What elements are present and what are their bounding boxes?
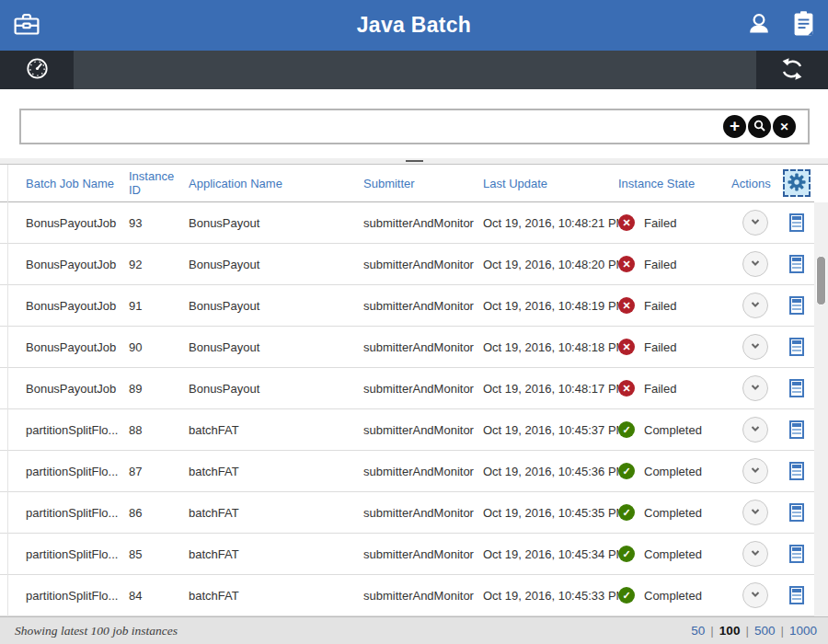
state-label: Completed (644, 547, 702, 561)
view-log-button[interactable] (789, 420, 804, 439)
cell-batch-job-name: partitionSplitFlo... (0, 465, 129, 478)
page-size-500[interactable]: 500 (754, 624, 776, 638)
search-button[interactable] (748, 115, 771, 138)
state-icon: ✓ (618, 504, 635, 521)
actions-dropdown-button[interactable] (742, 541, 768, 567)
cell-submitter: submitterAndMonitor (363, 382, 483, 396)
cell-last-update: Oct 19, 2016, 10:45:36 PM (483, 465, 618, 478)
joblogs-button[interactable] (791, 10, 816, 40)
cell-instance-state: ✕ Failed (618, 297, 731, 314)
cell-instance-id: 92 (129, 258, 189, 271)
cell-last-update: Oct 19, 2016, 10:48:17 PM (483, 382, 618, 396)
cell-instance-state: ✕ Failed (618, 339, 731, 355)
page-size-50[interactable]: 50 (691, 624, 705, 638)
view-log-button[interactable] (789, 586, 804, 604)
column-header-instance-state[interactable]: Instance State (618, 177, 731, 190)
clear-search-button[interactable]: ✕ (773, 115, 796, 138)
cell-batch-job-name: partitionSplitFlo... (0, 423, 129, 437)
cell-last-update: Oct 19, 2016, 10:45:33 PM (483, 589, 618, 603)
view-log-button[interactable] (789, 545, 804, 563)
cell-submitter: submitterAndMonitor (363, 299, 483, 313)
chevron-down-icon (749, 422, 762, 438)
cell-instance-state: ✓ Completed (618, 546, 731, 562)
column-header-last-update[interactable]: Last Update (483, 177, 618, 190)
column-header-submitter[interactable]: Submitter (363, 177, 483, 190)
actions-dropdown-button[interactable] (742, 210, 768, 236)
cell-last-update: Oct 19, 2016, 10:48:20 PM (483, 258, 618, 271)
log-file-icon (789, 379, 804, 397)
state-icon: ✕ (618, 380, 635, 397)
chevron-down-icon (749, 215, 762, 231)
cell-batch-job-name: BonusPayoutJob (0, 258, 129, 271)
chevron-down-icon (749, 505, 762, 521)
view-log-button[interactable] (789, 213, 804, 232)
log-file-icon (789, 462, 804, 480)
cell-batch-job-name: BonusPayoutJob (0, 382, 129, 396)
cell-instance-id: 91 (129, 299, 189, 313)
splitter-handle[interactable] (0, 158, 828, 165)
actions-dropdown-button[interactable] (742, 334, 768, 360)
table-row: BonusPayoutJob 91 BonusPayout submitterA… (0, 285, 814, 327)
actions-dropdown-button[interactable] (742, 293, 768, 318)
scrollbar-track[interactable] (814, 202, 828, 616)
view-log-button[interactable] (789, 503, 804, 522)
cell-application-name: BonusPayout (189, 258, 363, 271)
cell-application-name: batchFAT (189, 506, 363, 520)
actions-dropdown-button[interactable] (742, 582, 768, 608)
cell-instance-state: ✓ Completed (618, 504, 731, 521)
cell-application-name: batchFAT (189, 589, 363, 603)
view-log-button[interactable] (789, 379, 804, 397)
column-header-instance-id[interactable]: Instance ID (129, 169, 189, 197)
page-title: Java Batch (0, 0, 828, 51)
search-bar: + ✕ (19, 109, 810, 144)
search-input[interactable] (21, 110, 723, 143)
add-filter-button[interactable]: + (723, 115, 746, 138)
cell-submitter: submitterAndMonitor (363, 216, 483, 230)
refresh-icon (780, 57, 804, 84)
column-header-actions[interactable]: Actions (731, 177, 779, 190)
actions-dropdown-button[interactable] (742, 500, 768, 525)
chevron-down-icon (749, 298, 762, 314)
cell-batch-job-name: BonusPayoutJob (0, 340, 129, 354)
table-row: partitionSplitFlo... 87 batchFAT submitt… (0, 451, 814, 492)
state-icon: ✕ (618, 297, 635, 314)
chevron-down-icon (749, 464, 762, 479)
table-row: partitionSplitFlo... 86 batchFAT submitt… (0, 492, 814, 534)
cell-application-name: batchFAT (189, 465, 363, 478)
column-header-batch-job-name[interactable]: Batch Job Name (0, 177, 129, 190)
cell-batch-job-name: partitionSplitFlo... (0, 506, 129, 520)
column-header-application-name[interactable]: Application Name (189, 177, 363, 190)
actions-dropdown-button[interactable] (742, 375, 768, 401)
table-settings-button[interactable] (783, 169, 811, 197)
view-log-button[interactable] (789, 255, 804, 273)
state-icon: ✓ (618, 421, 635, 438)
close-icon: ✕ (779, 121, 788, 132)
view-log-button[interactable] (789, 338, 804, 356)
state-label: Completed (644, 465, 702, 478)
page-size-100[interactable]: 100 (719, 624, 741, 638)
actions-dropdown-button[interactable] (742, 251, 768, 277)
cell-last-update: Oct 19, 2016, 10:45:37 PM (483, 423, 618, 437)
cell-submitter: submitterAndMonitor (363, 547, 483, 561)
table-left-border (7, 165, 8, 616)
state-label: Completed (644, 423, 702, 437)
page-size-separator: | (745, 624, 749, 638)
dashboard-tab[interactable] (0, 51, 74, 89)
state-icon: ✓ (618, 463, 635, 479)
view-log-button[interactable] (789, 462, 804, 480)
refresh-button[interactable] (756, 51, 828, 89)
view-log-button[interactable] (789, 296, 804, 315)
table-row: BonusPayoutJob 93 BonusPayout submitterA… (0, 202, 814, 244)
table-row: partitionSplitFlo... 85 batchFAT submitt… (0, 534, 814, 575)
actions-dropdown-button[interactable] (742, 458, 768, 484)
cell-instance-state: ✓ Completed (618, 587, 731, 604)
cell-instance-state: ✕ Failed (618, 214, 731, 231)
page-size-separator: | (710, 624, 714, 638)
cell-application-name: BonusPayout (189, 299, 363, 313)
user-button[interactable] (745, 10, 773, 40)
scrollbar-thumb[interactable] (816, 256, 826, 305)
actions-dropdown-button[interactable] (742, 417, 768, 443)
state-label: Completed (644, 589, 702, 603)
page-size-1000[interactable]: 1000 (789, 624, 817, 638)
state-icon: ✓ (618, 546, 635, 562)
